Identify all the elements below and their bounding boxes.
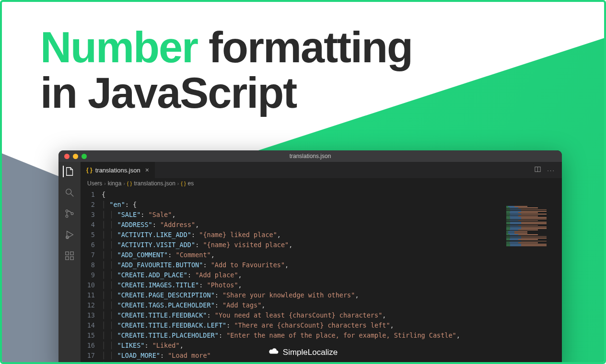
svg-rect-7 (66, 257, 69, 260)
json-icon: { } (181, 181, 186, 186)
title-accent: Number (40, 23, 198, 71)
more-actions-icon[interactable]: ··· (547, 167, 555, 174)
breadcrumb-seg[interactable]: kinga (108, 180, 122, 187)
chevron-right-icon: › (123, 181, 125, 186)
breadcrumb-seg[interactable]: translations.json (134, 180, 175, 187)
line-numbers: 123456789101112131415161718 (81, 189, 102, 364)
activity-bar (58, 162, 81, 364)
tab-translations-json[interactable]: { } translations.json × (81, 162, 155, 178)
tab-bar: { } translations.json × ··· (81, 162, 562, 178)
close-window-button[interactable] (64, 154, 70, 159)
json-icon: { } (86, 167, 93, 173)
title-rest-1: formatting (209, 23, 412, 71)
minimize-window-button[interactable] (73, 154, 78, 159)
svg-rect-5 (66, 252, 69, 255)
breadcrumb-seg[interactable]: Users (87, 180, 102, 187)
run-debug-icon[interactable] (64, 229, 75, 240)
title-rest-2: in JavaScript (40, 69, 296, 117)
svg-point-1 (66, 210, 68, 212)
source-control-icon[interactable] (64, 208, 75, 219)
svg-point-2 (66, 215, 68, 217)
svg-point-0 (66, 189, 71, 194)
breadcrumb-seg[interactable]: es (188, 180, 194, 187)
titlebar: translations.json (58, 150, 562, 162)
svg-point-3 (71, 213, 73, 215)
cloud-icon (268, 347, 279, 357)
tab-label: translations.json (95, 167, 140, 174)
maximize-window-button[interactable] (82, 154, 87, 159)
search-icon[interactable] (64, 187, 75, 198)
editor-body: { } translations.json × ··· Users › king… (58, 162, 562, 364)
extensions-icon[interactable] (64, 250, 75, 262)
brand-footer: SimpleLocalize (268, 347, 338, 357)
tab-actions: ··· (534, 162, 562, 178)
editor-window: translations.json { } tran (58, 150, 562, 364)
split-editor-icon[interactable] (534, 166, 541, 175)
svg-rect-6 (70, 252, 73, 255)
brand-text: SimpleLocalize (283, 348, 338, 357)
window-title: translations.json (290, 153, 331, 159)
code-content[interactable]: {│ "en": {│ │ "SALE": "Sale",│ │ "ADDRES… (102, 189, 562, 364)
chevron-right-icon: › (177, 181, 179, 186)
explorer-icon[interactable] (63, 166, 75, 177)
breadcrumbs[interactable]: Users › kinga › { } translations.json › … (81, 178, 562, 189)
close-tab-icon[interactable]: × (145, 166, 149, 174)
traffic-lights (58, 154, 87, 159)
chevron-right-icon: › (104, 181, 105, 186)
page-title: Number formatting in JavaScript (2, 2, 604, 116)
code-area[interactable]: 123456789101112131415161718 {│ "en": {│ … (81, 189, 562, 364)
json-icon: { } (127, 181, 132, 186)
main-area: { } translations.json × ··· Users › king… (81, 162, 562, 364)
svg-rect-8 (70, 257, 73, 260)
